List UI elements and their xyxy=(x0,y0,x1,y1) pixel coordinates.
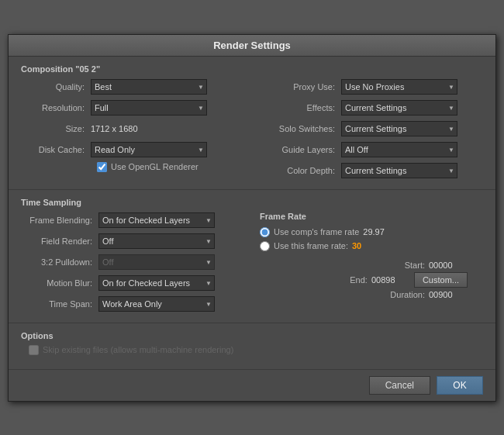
effects-row: Effects: Current Settings xyxy=(256,99,483,116)
time-sampling-title: Time Sampling xyxy=(21,198,483,207)
end-row: End: 00898 Custom... xyxy=(260,272,483,288)
solo-switches-row: Solo Switches: Current Settings xyxy=(256,120,483,137)
right-settings-col: Proxy Use: Use No Proxies Effects: Curre… xyxy=(256,78,483,183)
disk-cache-row: Disk Cache: Read Only xyxy=(21,141,248,158)
proxy-use-row: Proxy Use: Use No Proxies xyxy=(256,78,483,95)
use-comps-rate-radio[interactable] xyxy=(260,227,270,237)
duration-value: 00900 xyxy=(429,290,468,299)
pulldown-label: 3:2 Pulldown: xyxy=(21,257,98,267)
color-depth-select[interactable]: Current Settings xyxy=(341,163,457,178)
frame-blending-label: Frame Blending: xyxy=(21,216,98,225)
use-this-rate-radio[interactable] xyxy=(260,241,270,251)
skip-files-checkbox xyxy=(29,345,39,355)
ts-left-col: Frame Blending: On for Checked Layers Fi… xyxy=(21,212,252,316)
start-label: Start: xyxy=(378,261,425,270)
left-settings-col: Quality: Best Resolution: Full xyxy=(21,78,248,183)
effects-select-wrapper[interactable]: Current Settings xyxy=(341,100,457,116)
guide-layers-row: Guide Layers: All Off xyxy=(256,141,483,158)
use-comps-rate-value: 29.97 xyxy=(363,227,385,236)
size-value: 1712 x 1680 xyxy=(91,124,138,133)
time-span-select-wrapper[interactable]: Work Area Only xyxy=(98,296,215,312)
pulldown-select[interactable]: Off xyxy=(98,254,215,270)
frame-rate-title: Frame Rate xyxy=(260,212,483,221)
pulldown-select-wrapper[interactable]: Off xyxy=(98,254,215,270)
disk-cache-label: Disk Cache: xyxy=(21,145,91,154)
color-depth-select-wrapper[interactable]: Current Settings xyxy=(341,163,457,178)
use-comps-rate-label: Use comp's frame rate xyxy=(274,227,359,236)
time-sampling-section: Time Sampling Frame Blending: On for Che… xyxy=(9,190,495,323)
duration-label: Duration: xyxy=(378,290,425,299)
composition-label: Composition "05 2" xyxy=(21,64,483,74)
effects-label: Effects: xyxy=(256,103,341,112)
disk-cache-select-wrapper[interactable]: Read Only xyxy=(91,142,207,157)
size-row: Size: 1712 x 1680 xyxy=(21,120,248,137)
skip-files-row: Skip existing files (allows multi-machin… xyxy=(29,345,483,355)
opengl-label: Use OpenGL Renderer xyxy=(111,162,198,171)
ts-right-col: Frame Rate Use comp's frame rate 29.97 U… xyxy=(252,212,483,316)
dialog-footer: Cancel OK xyxy=(9,370,495,401)
quality-select[interactable]: Best xyxy=(91,79,207,95)
duration-row: Duration: 00900 xyxy=(260,290,483,299)
custom-button[interactable]: Custom... xyxy=(414,272,468,288)
field-render-row: Field Render: Off xyxy=(21,233,244,250)
proxy-use-select-wrapper[interactable]: Use No Proxies xyxy=(341,79,457,95)
effects-select[interactable]: Current Settings xyxy=(341,100,457,116)
guide-layers-label: Guide Layers: xyxy=(256,145,341,154)
use-this-rate-label: Use this frame rate: xyxy=(274,241,348,250)
guide-layers-select-wrapper[interactable]: All Off xyxy=(341,142,457,157)
frame-blending-select[interactable]: On for Checked Layers xyxy=(98,212,215,228)
resolution-select-wrapper[interactable]: Full xyxy=(91,100,207,116)
solo-switches-label: Solo Switches: xyxy=(256,124,341,133)
end-label: End: xyxy=(321,275,368,285)
time-span-row: Time Span: Work Area Only xyxy=(21,295,244,312)
skip-files-label: Skip existing files (allows multi-machin… xyxy=(43,345,233,354)
motion-blur-label: Motion Blur: xyxy=(21,278,98,288)
guide-layers-select[interactable]: All Off xyxy=(341,142,457,157)
start-row: Start: 00000 xyxy=(260,261,483,270)
solo-switches-select-wrapper[interactable]: Current Settings xyxy=(341,121,457,136)
opengl-row: Use OpenGL Renderer xyxy=(97,162,248,172)
proxy-use-label: Proxy Use: xyxy=(256,82,341,91)
quality-label: Quality: xyxy=(21,82,91,91)
resolution-row: Resolution: Full xyxy=(21,99,248,116)
field-render-select[interactable]: Off xyxy=(98,233,215,249)
opengl-checkbox[interactable] xyxy=(97,162,107,172)
main-settings-section: Composition "05 2" Quality: Best Resolut… xyxy=(9,57,495,190)
frame-blending-select-wrapper[interactable]: On for Checked Layers xyxy=(98,212,215,228)
resolution-label: Resolution: xyxy=(21,103,91,112)
field-render-label: Field Render: xyxy=(21,236,98,246)
pulldown-row: 3:2 Pulldown: Off xyxy=(21,254,244,271)
ok-button[interactable]: OK xyxy=(437,376,483,395)
start-value: 00000 xyxy=(429,261,468,270)
field-render-select-wrapper[interactable]: Off xyxy=(98,233,215,249)
use-this-rate-row: Use this frame rate: 30 xyxy=(260,241,483,251)
options-title: Options xyxy=(21,331,483,340)
solo-switches-select[interactable]: Current Settings xyxy=(341,121,457,136)
motion-blur-row: Motion Blur: On for Checked Layers xyxy=(21,274,244,292)
size-label: Size: xyxy=(21,124,91,133)
motion-blur-select[interactable]: On for Checked Layers xyxy=(98,275,215,291)
proxy-use-select[interactable]: Use No Proxies xyxy=(341,79,457,95)
motion-blur-select-wrapper[interactable]: On for Checked Layers xyxy=(98,275,215,291)
cancel-button[interactable]: Cancel xyxy=(369,376,430,395)
time-span-label: Time Span: xyxy=(21,299,98,309)
color-depth-row: Color Depth: Current Settings xyxy=(256,162,483,179)
use-comps-rate-row: Use comp's frame rate 29.97 xyxy=(260,227,483,237)
color-depth-label: Color Depth: xyxy=(256,166,341,175)
timecode-section: Start: 00000 End: 00898 Custom... Durati… xyxy=(260,261,483,299)
time-sampling-content: Frame Blending: On for Checked Layers Fi… xyxy=(21,212,483,316)
use-this-rate-value: 30 xyxy=(352,241,361,250)
end-value: 00898 xyxy=(371,275,410,285)
render-settings-dialog: Render Settings Composition "05 2" Quali… xyxy=(8,34,496,402)
resolution-select[interactable]: Full xyxy=(91,100,207,116)
quality-row: Quality: Best xyxy=(21,78,248,95)
disk-cache-select[interactable]: Read Only xyxy=(91,142,207,157)
time-span-select[interactable]: Work Area Only xyxy=(98,296,215,312)
options-section: Options Skip existing files (allows mult… xyxy=(9,323,495,370)
quality-select-wrapper[interactable]: Best xyxy=(91,79,207,95)
frame-blending-row: Frame Blending: On for Checked Layers xyxy=(21,212,244,229)
dialog-title: Render Settings xyxy=(9,35,495,57)
